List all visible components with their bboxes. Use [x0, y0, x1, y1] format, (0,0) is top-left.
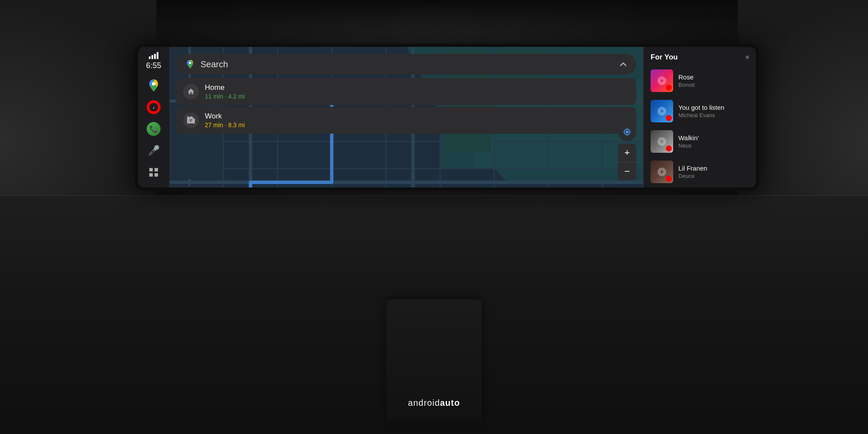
- home-icon: [183, 84, 199, 99]
- track-1-song: Rose: [678, 73, 695, 81]
- svg-rect-6: [155, 168, 158, 171]
- svg-rect-7: [149, 173, 153, 177]
- youtube-music-icon: ♪: [147, 100, 161, 114]
- header-dot: [746, 56, 749, 59]
- svg-rect-5: [149, 168, 153, 171]
- phone-icon: 📞: [147, 122, 161, 136]
- svg-rect-36: [169, 186, 222, 187]
- search-bar[interactable]: Search: [176, 54, 636, 75]
- microphone-icon: 🎤: [148, 145, 160, 156]
- home-details: 11 min · 4.2 mi: [205, 93, 245, 100]
- music-track-2[interactable]: You got to listen Micheal Evans: [647, 96, 753, 126]
- play-dot: [666, 115, 672, 121]
- svg-rect-1: [151, 55, 153, 59]
- track-3-info: Walkin' Neus: [678, 134, 699, 149]
- svg-point-4: [152, 82, 155, 85]
- play-dot: [666, 85, 672, 91]
- chevron-up-icon: [619, 60, 628, 69]
- svg-rect-2: [154, 54, 156, 59]
- work-name: Work: [205, 112, 245, 121]
- svg-point-41: [189, 62, 191, 64]
- play-dot: [666, 145, 672, 151]
- map-area[interactable]: Search: [169, 47, 643, 187]
- svg-point-45: [626, 131, 629, 134]
- search-overlay: Search: [176, 54, 636, 75]
- youtube-music-nav-button[interactable]: ♪: [144, 99, 164, 116]
- track-2-song: You got to listen: [678, 104, 724, 111]
- play-dot: [666, 176, 672, 182]
- music-header: For You: [644, 47, 756, 66]
- zoom-controls: + −: [618, 144, 636, 181]
- work-icon: [183, 112, 199, 128]
- music-list: Rose Bonod You: [644, 66, 756, 187]
- home-info: Home 11 min · 4.2 mi: [205, 83, 245, 100]
- phone-nav-button[interactable]: 📞: [144, 120, 164, 138]
- destinations-list: Home 11 min · 4.2 mi: [176, 78, 636, 134]
- track-2-artist: Micheal Evans: [678, 112, 724, 118]
- google-maps-search-icon: [185, 59, 195, 69]
- work-details: 27 min · 8.3 mi: [205, 122, 245, 128]
- screen-content: 6:55: [138, 47, 756, 187]
- sidebar: 6:55: [138, 47, 169, 187]
- search-label: Search: [201, 59, 614, 69]
- zoom-in-button[interactable]: +: [618, 144, 636, 162]
- status-bar: 6:55: [146, 52, 161, 70]
- track-4-info: Lil Franen Deuce: [678, 164, 707, 179]
- work-destination-card[interactable]: Work 27 min · 8.3 mi: [176, 107, 636, 134]
- screen-bezel: 6:55: [135, 43, 760, 191]
- music-track-4[interactable]: Lil Franen Deuce: [647, 157, 753, 187]
- music-track-1[interactable]: Rose Bonod: [647, 66, 753, 95]
- android-auto-device: androidauto: [386, 299, 482, 421]
- home-destination-card[interactable]: Home 11 min · 4.2 mi: [176, 78, 636, 105]
- svg-rect-0: [149, 56, 151, 59]
- home-name: Home: [205, 83, 245, 92]
- android-text: android: [408, 398, 440, 408]
- work-info: Work 27 min · 8.3 mi: [205, 112, 245, 128]
- location-button[interactable]: [618, 123, 636, 141]
- music-note-icon: ♪: [153, 105, 155, 110]
- track-1-info: Rose Bonod: [678, 73, 695, 88]
- for-you-title: For You: [651, 53, 678, 62]
- app-grid-nav-button[interactable]: [144, 164, 164, 181]
- album-art-blue: [651, 100, 673, 122]
- album-art-lil: [651, 161, 673, 183]
- track-2-info: You got to listen Micheal Evans: [678, 104, 724, 118]
- car-interior: 6:55: [0, 0, 868, 434]
- track-4-song: Lil Franen: [678, 164, 707, 172]
- auto-text: auto: [440, 398, 460, 408]
- track-1-artist: Bonod: [678, 82, 695, 88]
- microphone-nav-button[interactable]: 🎤: [144, 142, 164, 159]
- music-panel: For You Rose: [643, 47, 756, 187]
- android-auto-label: androidauto: [408, 398, 460, 408]
- album-art-walkin: [651, 130, 673, 153]
- svg-rect-44: [190, 121, 191, 122]
- map-controls: + −: [618, 123, 636, 181]
- track-3-song: Walkin': [678, 134, 699, 141]
- music-track-3[interactable]: Walkin' Neus: [647, 127, 753, 156]
- track-4-artist: Deuce: [678, 173, 707, 179]
- time-display: 6:55: [146, 61, 161, 70]
- album-art-rose: [651, 69, 673, 92]
- zoom-out-button[interactable]: −: [618, 162, 636, 181]
- signal-icon: [149, 52, 158, 60]
- svg-rect-3: [157, 52, 158, 59]
- svg-rect-8: [155, 173, 158, 177]
- track-3-artist: Neus: [678, 142, 699, 149]
- svg-rect-43: [190, 120, 192, 121]
- maps-nav-button[interactable]: [144, 77, 164, 94]
- youtube-music-inner: ♪: [149, 103, 158, 112]
- svg-rect-42: [188, 118, 194, 123]
